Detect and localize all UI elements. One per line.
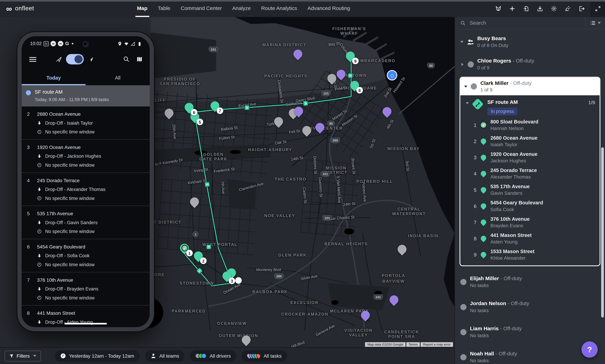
terms-link[interactable]: Terms xyxy=(406,342,420,347)
selected-driver-card: Clark Miller - Off-duty 1 of 9 SF route … xyxy=(460,77,600,266)
expand-icon xyxy=(595,5,601,11)
phone-task-row[interactable]: 6 5454 Geary Boulevard Drop-Off - Sofia … xyxy=(22,239,150,273)
list-view-toggle[interactable] xyxy=(585,17,605,29)
dropoff-arrow-icon xyxy=(37,253,42,258)
add-icon[interactable] xyxy=(509,5,515,12)
nav-tab[interactable]: Command Center xyxy=(181,0,222,17)
task-address: 376 10th Avenue xyxy=(490,216,530,222)
task-detail: Drop-Off - Gavin Sanders xyxy=(45,220,97,225)
task-number: 2 xyxy=(27,112,32,117)
report-map-error-link[interactable]: Report a map error xyxy=(421,342,453,347)
dropoff-arrow-icon xyxy=(37,287,42,291)
menu-icon[interactable] xyxy=(29,57,36,62)
driver-badge-icon[interactable] xyxy=(495,5,502,12)
phone-task-row[interactable]: 3 1920 Ocean Avenue Drop-Off - Jackson H… xyxy=(22,140,150,173)
task-address: 2680 Ocean Avenue xyxy=(37,112,81,117)
logout-icon[interactable] xyxy=(579,5,585,12)
teams-filter[interactable]: All teams xyxy=(145,350,184,362)
task-number: 8 xyxy=(460,235,476,241)
phone-task-row[interactable]: 7 376 10th Avenue Drop-Off - Brayden Eva… xyxy=(22,273,150,306)
phone-route-card[interactable]: SF route AM Today, 9:00 AM - 11:59 PM | … xyxy=(22,85,150,106)
driver-row[interactable]: Elijah Miller - Off-duty No tasks xyxy=(459,273,601,291)
team-name: Busy Bears xyxy=(477,36,506,41)
drivers-filter[interactable]: All drivers xyxy=(190,350,236,362)
driver-name: Noah Hall xyxy=(470,351,494,357)
phone-task-row[interactable]: 4 245 Dorado Terrace Drop-Off - Alexande… xyxy=(22,173,150,206)
route-status-dot xyxy=(26,90,31,95)
route-task-row[interactable]: 4 ✓ 245 Dorado Terrace Alexander Thomas xyxy=(460,166,600,182)
highway-shield: 101 xyxy=(321,171,330,177)
highway-shield: 80 xyxy=(427,63,435,68)
filters-label: Filters xyxy=(16,353,30,359)
map-pin-badge: 5 xyxy=(197,119,203,125)
phone-mockup: 10:02 31 ∞ ∞ G xyxy=(17,32,154,331)
search-placeholder: Search xyxy=(470,20,486,26)
route-task-row[interactable]: 6 ✓ 5454 Geary Boulevard Sofia Cook xyxy=(460,198,600,214)
phone-tab[interactable]: Today xyxy=(22,71,86,85)
help-button[interactable]: ? xyxy=(581,341,598,358)
phone-task-row[interactable]: 5 535 17th Avenue Drop-Off - Gavin Sande… xyxy=(22,206,150,239)
date-range-filter[interactable]: Yesterday 12am - Today 12am xyxy=(55,350,140,362)
route-task-row[interactable]: 9 ✓ 1533 Mason Street Khloe Alexander xyxy=(460,247,600,263)
settings-gear-icon[interactable] xyxy=(551,5,557,12)
team-row-busy-bears[interactable]: Busy Bears 0 of 8 On Duty xyxy=(459,32,601,51)
filters-button[interactable]: Filters xyxy=(5,351,41,361)
task-pin-icon xyxy=(480,154,487,161)
search-icon[interactable] xyxy=(123,56,130,63)
driver-row[interactable]: Jordan Nelson - Off-duty No tasks xyxy=(459,297,601,316)
driver-status-dots-icon xyxy=(195,353,207,358)
route-task-row[interactable]: 7 ✓ 376 10th Avenue Brayden Evans xyxy=(460,214,600,230)
driver-row[interactable]: Noah Hall - Off-duty No tasks xyxy=(459,348,601,364)
task-detail: Drop-Off - Aiden Young xyxy=(45,319,93,325)
nav-tab[interactable]: Table xyxy=(158,0,170,17)
location-arrow-outline-icon[interactable] xyxy=(56,56,62,63)
route-task-row[interactable]: 8 ✓ 441 Mason Street Aiden Young xyxy=(460,230,600,247)
phone-task-row[interactable]: 2 2680 Ocean Avenue Drop-Off - Isaiah Ta… xyxy=(22,106,150,140)
nav-tab[interactable]: Map xyxy=(137,0,147,17)
task-number: 3 xyxy=(460,155,476,160)
phone-task-row[interactable]: 8 441 Mason Street Drop-Off - Aiden Youn… xyxy=(22,305,150,331)
download-icon[interactable] xyxy=(537,5,543,12)
search-input[interactable]: Search xyxy=(455,20,585,26)
nav-tab[interactable]: Route Analytics xyxy=(261,0,297,17)
location-arrow-filled-icon[interactable] xyxy=(88,56,94,63)
driver-row-clark-miller[interactable]: Clark Miller - Off-duty 1 of 9 xyxy=(460,78,600,95)
wifi-icon xyxy=(124,41,129,46)
driver-name: Elijah Miller xyxy=(470,275,499,281)
phone-tab[interactable]: All xyxy=(86,71,150,85)
driver-row[interactable]: Chloe Rogers - Off-duty 0 of 9 xyxy=(459,55,601,74)
teams-label: All teams xyxy=(159,353,179,359)
route-task-row[interactable]: 2 ✓ 2680 Ocean Avenue Isaiah Taylor xyxy=(460,133,600,149)
route-status-badge: In progress xyxy=(487,108,517,115)
route-task-row[interactable]: 1 ✓ 800 Sloat Boulevard Hannah Nelson xyxy=(460,117,600,133)
task-number: 4 xyxy=(460,171,476,177)
map-home-marker[interactable]: ⌂ xyxy=(387,70,397,80)
route-task-row[interactable]: 5 ✓ 535 17th Avenue Gavin Sanders xyxy=(460,182,600,198)
driver-row[interactable]: Liam Harris - Off-duty No tasks xyxy=(459,323,601,341)
chevron-right-icon xyxy=(461,63,463,66)
route-task-row[interactable]: 3 ✓ 1920 Ocean Avenue Jackson Hughes xyxy=(460,149,600,166)
tasks-filter[interactable]: All tasks xyxy=(242,350,287,362)
task-pin-icon xyxy=(480,202,487,210)
duty-toggle[interactable] xyxy=(66,54,84,65)
task-address: 2680 Ocean Avenue xyxy=(490,135,538,141)
import-tasks-icon[interactable] xyxy=(523,5,529,12)
integrations-plug-icon[interactable] xyxy=(565,5,571,12)
task-number: 5 xyxy=(460,187,476,193)
task-number: 9 xyxy=(460,252,476,258)
onfleet-logo[interactable]: ∞ onfleet xyxy=(0,4,66,13)
map-icon[interactable] xyxy=(136,56,143,63)
task-address: 1533 Mason Street xyxy=(490,248,535,254)
task-pins-icon xyxy=(247,353,260,358)
route-row-sf-route-am[interactable]: SF route AM In progress 1/9 xyxy=(460,95,600,117)
highway-shield: 101 xyxy=(323,215,332,221)
dropoff-arrow-icon xyxy=(37,154,42,159)
avatar xyxy=(468,61,474,67)
expand-corner-button[interactable] xyxy=(590,0,605,17)
nav-tab[interactable]: Analyze xyxy=(232,0,251,17)
sidebar-scrollbar[interactable] xyxy=(601,147,604,317)
dropoff-arrow-icon xyxy=(37,220,42,225)
nav-tab[interactable]: Advanced Routing xyxy=(308,0,350,17)
phone-tab-indicator xyxy=(22,84,86,85)
route-direction-arrow-icon xyxy=(204,182,210,187)
